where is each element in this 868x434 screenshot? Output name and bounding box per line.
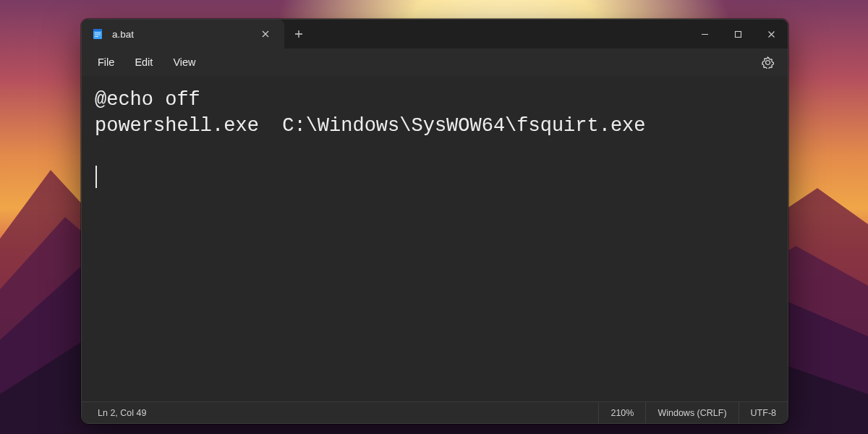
menu-bar: File Edit View [82, 48, 788, 76]
svg-rect-1 [93, 29, 102, 31]
status-encoding[interactable]: UTF-8 [739, 402, 788, 423]
tab-close-button[interactable] [257, 25, 274, 43]
status-line-endings[interactable]: Windows (CRLF) [645, 402, 738, 423]
document-tab[interactable]: a.bat [82, 20, 284, 48]
status-zoom[interactable]: 210% [598, 402, 645, 423]
window-close-button[interactable] [754, 20, 788, 48]
tab-title: a.bat [112, 29, 248, 40]
editor-line: @echo off [95, 89, 200, 111]
svg-rect-5 [735, 31, 741, 37]
status-cursor-position[interactable]: Ln 2, Col 49 [82, 402, 158, 423]
menu-view[interactable]: View [163, 52, 205, 72]
desktop-wallpaper: a.bat File [0, 0, 868, 434]
text-editor[interactable]: @echo off powershell.exe C:\Windows\SysW… [82, 76, 788, 401]
window-controls [688, 20, 788, 48]
settings-button[interactable] [756, 51, 779, 74]
new-tab-button[interactable] [284, 20, 313, 48]
maximize-button[interactable] [721, 20, 754, 48]
status-bar: Ln 2, Col 49 210% Windows (CRLF) UTF-8 [82, 401, 788, 423]
editor-line: powershell.exe C:\Windows\SysWOW64\fsqui… [95, 115, 646, 137]
text-cursor [95, 166, 97, 188]
titlebar-drag-region[interactable] [313, 20, 688, 48]
svg-rect-2 [95, 33, 101, 33]
notepad-icon [92, 28, 103, 40]
gear-icon [762, 56, 774, 69]
menu-file[interactable]: File [88, 52, 124, 72]
notepad-window: a.bat File [81, 19, 788, 424]
minimize-button[interactable] [688, 20, 721, 48]
title-bar[interactable]: a.bat [82, 20, 788, 48]
svg-rect-4 [95, 36, 98, 37]
menu-edit[interactable]: Edit [124, 52, 163, 72]
svg-rect-3 [95, 35, 101, 35]
